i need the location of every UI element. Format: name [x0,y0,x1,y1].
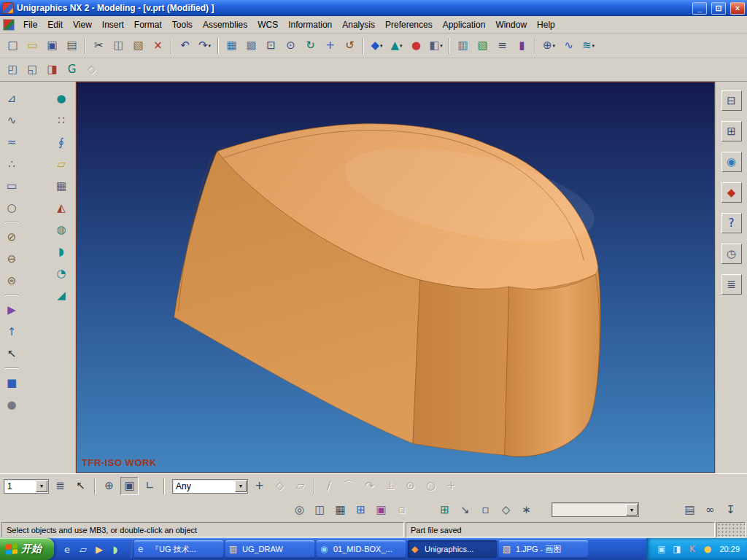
instance-feature-icon[interactable]: ◨ [43,61,61,79]
tray-app-icon[interactable]: ▣ [655,543,667,556]
menu-item-application[interactable]: Application [438,18,491,31]
taskbar-task-mid-box[interactable]: ◉01_MID-BOX_... [317,540,406,558]
grid-icon[interactable]: ▦ [331,501,349,519]
pan-icon[interactable]: + [321,36,339,55]
inherit-icon[interactable]: ◫ [311,501,329,519]
layer-combo-arrow-icon[interactable]: ▾ [36,481,47,492]
drawing-format-icon[interactable]: ▤ [681,501,699,519]
wedge-icon[interactable]: ◢ [52,286,71,305]
taskbar-task-ug-doc[interactable]: e『UG 技术... [134,540,223,558]
half-cylinder-icon[interactable]: ◗ [52,242,71,261]
menu-item-edit[interactable]: Edit [42,18,68,31]
snap-crosshair-icon[interactable]: ⊕ [100,477,118,495]
copy-icon[interactable]: ◫ [109,36,128,55]
close-button[interactable]: × [730,2,745,15]
tile-windows-icon[interactable]: ⊞ [721,121,742,141]
dashed-curve-icon[interactable]: ∿ [2,111,21,130]
object-display-icon[interactable]: ▦ [222,36,241,55]
find-icon[interactable]: ◎ [290,501,309,519]
graphics-window[interactable]: TFR-ISO WORK [76,82,715,473]
start-button[interactable]: 开始 [0,538,54,560]
curve-analysis-icon[interactable]: ∿ [560,36,578,55]
restore-button[interactable]: ⊡ [711,2,726,15]
utility-combo-arrow-icon[interactable]: ▾ [626,504,638,516]
block-blue-icon[interactable]: ■ [2,373,21,392]
boolean-add-icon[interactable]: ⊞ [436,501,454,519]
menu-item-format[interactable]: Format [129,18,167,31]
wireframe-view-icon[interactable]: ▲▾ [387,36,406,55]
menu-item-file[interactable]: File [18,18,42,31]
layer-combo[interactable]: 1 ▾ [4,479,49,494]
point-set-icon[interactable]: ∷ [52,111,71,130]
snap-center-icon[interactable]: ⊙ [401,477,419,495]
zoom-icon[interactable]: ⊙ [282,36,300,55]
history-list-icon[interactable]: ≣ [721,274,742,295]
quicklaunch-media-icon[interactable]: ▶ [92,542,107,556]
plane-constructor-icon[interactable]: ◇ [271,477,289,495]
menu-item-information[interactable]: Information [283,18,337,31]
spline-icon[interactable]: ≈ [2,133,21,152]
wireframe-view-icon-dropdown[interactable]: ▾ [400,43,403,49]
cut-icon[interactable]: ✂ [90,36,108,55]
new-icon[interactable]: □ [4,36,22,55]
taskbar-task-paint[interactable]: ▧1.JPG - 画图 [499,540,588,558]
snap-arc-icon[interactable]: ⌒ [340,477,358,495]
menu-item-preferences[interactable]: Preferences [380,18,438,31]
selection-filter-combo[interactable]: Any ▾ [172,479,248,494]
helix-icon[interactable]: ∮ [52,133,71,152]
vector-constructor-icon[interactable]: ▱ [291,477,309,495]
snap-perpendicular-icon[interactable]: ⊥ [381,477,399,495]
ellipse-icon[interactable]: ○ [2,198,21,217]
training-icon[interactable]: ◆ [721,182,742,203]
group-feature-icon[interactable]: G [63,61,81,79]
snap-circle-icon[interactable]: ○ [422,477,440,495]
visualization-icon-dropdown[interactable]: ▾ [592,43,595,49]
rectangle-icon[interactable]: ▭ [2,176,21,195]
menu-item-help[interactable]: Help [532,18,560,31]
menu-item-window[interactable]: Window [490,18,532,31]
quarter-round-icon[interactable]: ◔ [52,264,71,283]
sketch-task-icon[interactable]: ▧ [473,36,492,55]
paste-icon[interactable]: ▧ [129,36,147,55]
snap-plus-icon[interactable]: + [442,477,460,495]
redo-icon-dropdown[interactable]: ▾ [209,43,212,49]
point-icon[interactable]: ∴ [2,155,21,174]
extrude-feature-icon[interactable]: ◱ [23,61,42,79]
taskbar-task-unigraphics[interactable]: ◆Unigraphics... [408,540,497,558]
offset-icon[interactable]: ⊜ [2,271,21,290]
iso-view-icon-dropdown[interactable]: ▾ [440,43,443,49]
trim-icon[interactable]: ⊘ [2,228,21,246]
refresh-icon[interactable]: ↻ [301,36,320,55]
undo-icon[interactable]: ↶ [176,36,194,55]
visualization-icon[interactable]: ≋▾ [579,36,597,55]
utility-combo[interactable]: ▾ [551,502,639,517]
rotate-view-icon[interactable]: ↺ [341,36,359,55]
save-icon[interactable]: ▣ [43,36,61,55]
menu-item-wcs[interactable]: WCS [252,18,283,31]
help-icon[interactable]: ? [721,213,742,233]
display-mode-icon[interactable]: ▩ [242,36,260,55]
orient-view-icon[interactable]: ● [407,36,425,55]
sphere-box-icon[interactable]: ◍ [52,220,71,239]
raise-icon[interactable]: ↑ [2,322,21,341]
solid-select-icon[interactable]: ▣ [120,477,139,495]
shaded-view-icon-dropdown[interactable]: ▾ [380,43,383,49]
extract-icon[interactable]: ◭ [52,198,71,217]
quicklaunch-desktop-icon[interactable]: ▱ [76,542,90,556]
tray-alert-icon[interactable]: ● [701,543,713,556]
web-browser-icon[interactable]: ◉ [721,152,742,172]
capture-icon[interactable]: ▣ [372,501,390,519]
menu-item-assemblies[interactable]: Assemblies [198,18,252,31]
wcs-dynamics-icon[interactable]: ∟ [141,477,159,495]
selection-filter-arrow-icon[interactable]: ▾ [235,481,247,492]
snap-tangent-icon[interactable]: ↷ [360,477,379,495]
cascade-windows-icon[interactable]: ⊟ [721,90,742,111]
history-clock-icon[interactable]: ◷ [721,244,742,264]
pattern-feature-icon[interactable]: ◰ [4,61,22,79]
snap-line-icon[interactable]: ∕ [320,477,338,495]
adjust-tool-icon[interactable]: ∗ [517,501,535,519]
inactive-icon[interactable]: ▫ [392,501,411,519]
minimize-button[interactable]: _ [692,2,707,15]
fit-view-icon[interactable]: ⊡ [262,36,280,55]
delete-icon[interactable]: × [149,36,167,55]
